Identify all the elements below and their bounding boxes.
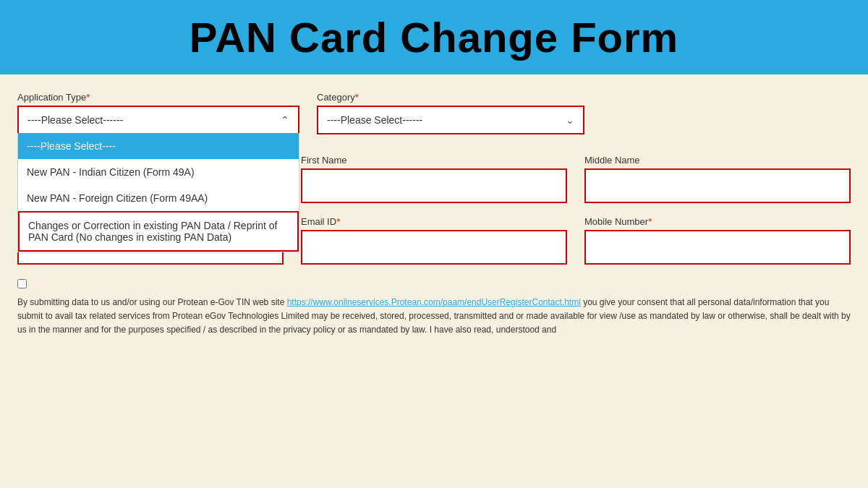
dropdown-option-changes-correction[interactable]: Changes or Correction in existing PAN Da… (18, 211, 299, 252)
first-name-input[interactable] (301, 168, 567, 203)
consent-link[interactable]: https://www.onlineservices.Protean.com/p… (287, 297, 581, 307)
category-group: Category* ----Please Select------ ⌄ (317, 92, 584, 134)
category-select-wrapper: ----Please Select------ ⌄ (317, 106, 584, 134)
mobile-group: Mobile Number* (584, 216, 851, 265)
consent-checkbox[interactable] (17, 279, 27, 288)
mobile-input[interactable] (584, 230, 851, 265)
dropdown-option-new-pan-foreign[interactable]: New PAN - Foreign Citizen (Form 49AA) (18, 185, 299, 211)
page-title: PAN Card Change Form (7, 13, 861, 61)
dropdown-option-new-pan-indian[interactable]: New PAN - Indian Citizen (Form 49A) (18, 159, 299, 185)
chevron-down-icon: ⌄ (566, 114, 574, 126)
category-value: ----Please Select------ (327, 114, 422, 126)
first-name-group: First Name (301, 155, 567, 203)
dropdown-option-please-select[interactable]: ----Please Select---- (18, 133, 299, 159)
middle-name-label: Middle Name (584, 155, 851, 166)
mobile-label: Mobile Number* (584, 216, 851, 227)
email-input[interactable] (301, 230, 567, 265)
middle-name-group: Middle Name (584, 155, 851, 203)
application-type-value: ----Please Select------ (27, 114, 123, 126)
consent-text-before: By submitting data to us and/or using ou… (17, 297, 287, 307)
consent-row (17, 278, 851, 288)
application-type-select-wrapper: ----Please Select------ ⌃ ----Please Sel… (17, 106, 299, 133)
row-app-type-category: Application Type* ----Please Select-----… (17, 92, 851, 134)
application-type-dropdown: ----Please Select---- New PAN - Indian C… (17, 133, 299, 252)
email-group: Email ID* (301, 216, 567, 265)
consent-text-block: By submitting data to us and/or using ou… (17, 296, 851, 338)
application-type-group: Application Type* ----Please Select-----… (17, 92, 299, 133)
form-area: Application Type* ----Please Select-----… (0, 74, 868, 349)
middle-name-input[interactable] (584, 168, 851, 203)
page-header: PAN Card Change Form (0, 0, 868, 74)
chevron-up-icon: ⌃ (281, 114, 289, 126)
category-select[interactable]: ----Please Select------ ⌄ (317, 106, 584, 134)
application-type-label: Application Type* (17, 92, 299, 103)
category-label: Category* (317, 92, 584, 103)
first-name-label: First Name (301, 155, 567, 166)
application-type-select[interactable]: ----Please Select------ ⌃ (17, 106, 299, 133)
email-label: Email ID* (301, 216, 567, 227)
